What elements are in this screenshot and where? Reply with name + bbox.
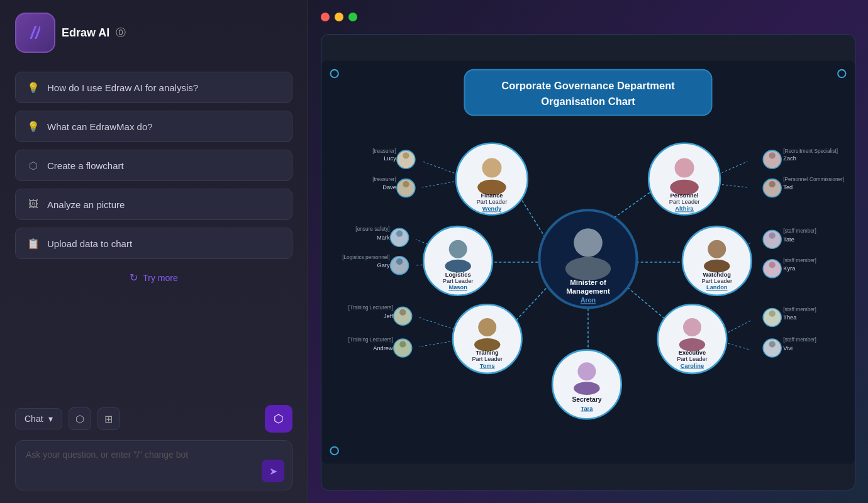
suggestion-edrawmax[interactable]: 💡 What can EdrawMax do?: [15, 111, 292, 142]
svg-text:Zach: Zach: [783, 155, 796, 162]
window-controls: [321, 13, 855, 21]
suggestion-flowchart[interactable]: ⬡ Create a flowchart: [15, 150, 292, 181]
svg-text:[treasurer]: [treasurer]: [372, 148, 396, 154]
svg-text:Management: Management: [566, 287, 610, 295]
picture-icon: 🖼: [27, 198, 40, 211]
svg-text:Organisation Chart: Organisation Chart: [541, 96, 635, 108]
svg-point-42: [449, 240, 467, 258]
suggestion-analysis[interactable]: 💡 How do I use Edraw AI for analysis?: [15, 72, 292, 103]
help-icon[interactable]: ⓪: [116, 26, 126, 40]
svg-text:Executive: Executive: [679, 350, 706, 356]
export-btn[interactable]: ⬡: [69, 407, 91, 430]
send-icon: ⬡: [274, 412, 284, 426]
attach-icon: ⊞: [104, 413, 113, 425]
chat-controls: Chat ▾ ⬡ ⊞ ⬡: [15, 405, 292, 433]
svg-text:Corporate Governance Departmen: Corporate Governance Department: [501, 80, 675, 92]
svg-point-30: [675, 158, 694, 178]
svg-point-54: [478, 318, 496, 336]
svg-text:[Personnel Commissioner]: [Personnel Commissioner]: [783, 177, 844, 182]
svg-point-24: [482, 158, 501, 178]
svg-text:[staff member]: [staff member]: [783, 258, 816, 263]
svg-point-43: [445, 260, 470, 273]
chat-mode-label: Chat: [25, 414, 43, 424]
main-send-btn[interactable]: ⬡: [265, 405, 292, 433]
suggestion-upload[interactable]: 📋 Upload data to chart: [15, 228, 292, 259]
try-more-btn[interactable]: ↻ Try more: [15, 272, 292, 284]
bulb-icon-2: 💡: [27, 120, 40, 133]
svg-text:Althira: Althira: [675, 206, 694, 212]
svg-rect-1: [465, 70, 712, 115]
svg-text:Aron: Aron: [581, 297, 596, 304]
try-more-label: Try more: [143, 273, 177, 283]
svg-point-48: [708, 240, 726, 258]
svg-point-49: [704, 260, 730, 273]
svg-point-67: [574, 382, 599, 395]
svg-text:Jeff: Jeff: [384, 313, 393, 319]
svg-point-99: [769, 181, 775, 187]
svg-point-91: [399, 341, 406, 347]
svg-text:Logistics: Logistics: [445, 272, 471, 278]
suggestion-edrawmax-label: What can EdrawMax do?: [47, 121, 153, 132]
svg-text:[Recruitment Specialist]: [Recruitment Specialist]: [783, 148, 838, 154]
svg-text:[staff member]: [staff member]: [783, 307, 816, 312]
input-placeholder: Ask your question, or enter "/" change b…: [26, 450, 282, 460]
input-send-btn[interactable]: ➤: [262, 460, 284, 482]
chat-input-area[interactable]: Ask your question, or enter "/" change b…: [15, 440, 292, 490]
svg-text:Andrew: Andrew: [373, 345, 393, 351]
arrow-icon: ➤: [269, 465, 277, 477]
svg-text:[staff member]: [staff member]: [783, 228, 816, 234]
export-icon: ⬡: [75, 413, 84, 425]
minimize-dot[interactable]: [335, 13, 343, 21]
svg-text:Dave: Dave: [382, 184, 396, 191]
left-panel: // Edraw AI ⓪ 💡 How do I use Edraw AI fo…: [0, 0, 308, 503]
svg-point-103: [769, 232, 775, 238]
svg-text:Part Leader: Part Leader: [472, 356, 503, 362]
svg-point-37: [565, 257, 611, 280]
svg-point-75: [403, 181, 409, 187]
app-title: Edraw AI: [62, 26, 109, 40]
svg-text:Part Leader: Part Leader: [677, 356, 708, 362]
close-dot[interactable]: [321, 13, 330, 21]
svg-text:Vivi: Vivi: [783, 345, 793, 351]
suggestion-analysis-label: How do I use Edraw AI for analysis?: [47, 82, 198, 93]
svg-point-36: [574, 228, 603, 257]
svg-point-71: [403, 152, 409, 158]
upload-icon: 📋: [27, 237, 40, 250]
svg-text:Lucy: Lucy: [384, 155, 396, 162]
svg-text:Tate: Tate: [783, 236, 794, 243]
svg-text:[Training Lecturers]: [Training Lecturers]: [348, 337, 393, 343]
chevron-down-icon: ▾: [48, 414, 53, 424]
logo-icon: //: [30, 23, 40, 43]
refresh-icon: ↻: [130, 272, 138, 284]
suggestion-picture[interactable]: 🖼 Analyze an picture: [15, 189, 292, 220]
svg-text:Secretary: Secretary: [572, 396, 601, 403]
bulb-icon: 💡: [27, 81, 40, 94]
chart-container: Corporate Governance Department Organisa…: [321, 34, 855, 490]
app-header: // Edraw AI ⓪: [15, 13, 292, 53]
suggestion-picture-label: Analyze an picture: [47, 199, 125, 210]
org-chart-svg: Corporate Governance Department Organisa…: [321, 35, 855, 490]
svg-text:Landon: Landon: [706, 284, 728, 290]
svg-text:Minister of: Minister of: [570, 279, 606, 286]
svg-text:Finance: Finance: [481, 192, 503, 199]
bottom-area: Chat ▾ ⬡ ⊞ ⬡ Ask your question, or enter…: [15, 405, 292, 490]
svg-text:Ted: Ted: [783, 184, 793, 191]
svg-text:Part Leader: Part Leader: [477, 199, 508, 205]
svg-text:Mason: Mason: [448, 284, 467, 290]
svg-text:Part Leader: Part Leader: [443, 278, 474, 284]
right-panel: Corporate Governance Department Organisa…: [308, 0, 868, 503]
maximize-dot[interactable]: [348, 13, 357, 21]
svg-text:[Logistics personnel]: [Logistics personnel]: [342, 255, 389, 260]
svg-text:Gary: Gary: [377, 262, 389, 268]
svg-text:Thea: Thea: [783, 314, 797, 321]
svg-point-79: [396, 230, 403, 236]
attach-btn[interactable]: ⊞: [97, 407, 120, 430]
svg-point-66: [577, 362, 596, 380]
svg-point-60: [683, 318, 701, 336]
svg-text:[staff member]: [staff member]: [783, 337, 816, 343]
svg-text:Wendy: Wendy: [482, 206, 502, 212]
svg-text:Tara: Tara: [581, 406, 593, 412]
chat-mode-select[interactable]: Chat ▾: [15, 408, 62, 429]
svg-point-83: [396, 258, 403, 265]
svg-text:[ensure safety]: [ensure safety]: [355, 226, 389, 232]
